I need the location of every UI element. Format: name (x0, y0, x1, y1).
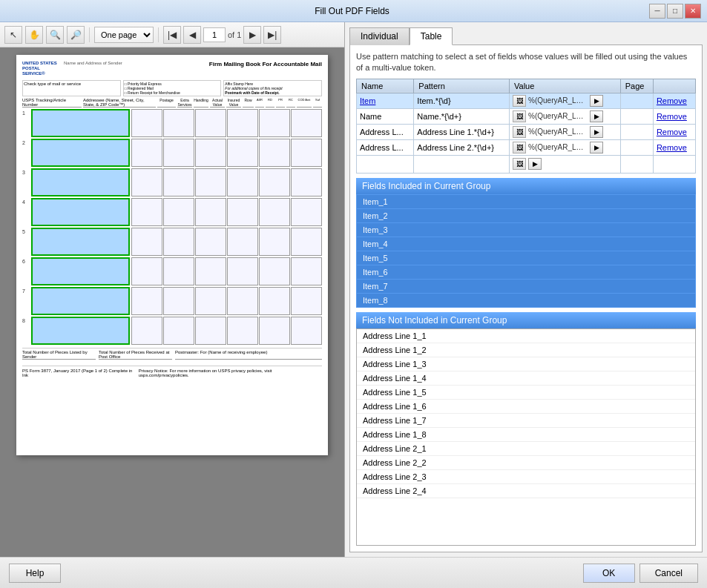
value-arrow-btn[interactable]: ▶ (590, 95, 603, 107)
not-included-field-item[interactable]: Address Line 2_3 (357, 470, 695, 484)
included-field-item[interactable]: Item_5 (357, 251, 695, 265)
not-included-field-item[interactable]: Address Line 1_1 (357, 329, 695, 343)
field-blue-box (31, 317, 130, 345)
col-value: Value (510, 79, 621, 93)
value-cell: 🖼 %(QueryAR_LossC... ▶ (513, 95, 617, 107)
individual-tab[interactable]: Individual (349, 27, 410, 45)
empty-icon-btn[interactable]: 🖼 (513, 158, 526, 170)
included-field-item[interactable]: Item_1 (357, 195, 695, 208)
page-cell (620, 139, 653, 155)
page-mode-select[interactable]: One page Continuous (94, 27, 154, 43)
maximize-button[interactable]: □ (667, 4, 683, 19)
usps-logo: UNITED STATESPOSTAL SERVICE® (22, 61, 59, 77)
row-number: 1 (22, 109, 31, 137)
included-field-item[interactable]: Item_4 (357, 237, 695, 251)
field-name-cell[interactable]: Item (360, 96, 375, 105)
remove-link[interactable]: Remove (657, 128, 687, 136)
remove-link[interactable]: Remove (657, 143, 687, 152)
included-field-item[interactable]: Item_2 (357, 209, 695, 222)
remove-link[interactable]: Remove (657, 96, 687, 105)
field-col-5 (259, 287, 290, 315)
included-field-item[interactable]: Item_7 (357, 280, 695, 293)
value-icon-btn[interactable]: 🖼 (513, 110, 526, 122)
not-included-field-item[interactable]: Address Line 1_3 (357, 357, 695, 371)
separator-1 (89, 27, 90, 42)
pattern-cell: Item.*{\d} (414, 93, 510, 108)
field-col-6 (291, 317, 322, 345)
zoom-out-button[interactable]: 🔎 (67, 26, 85, 44)
not-included-field-item[interactable]: Address Line 2_2 (357, 456, 695, 470)
field-columns (131, 168, 322, 196)
value-icon-btn[interactable]: 🖼 (513, 126, 526, 138)
field-col-4 (227, 287, 258, 315)
included-field-item[interactable]: Item_3 (357, 223, 695, 237)
pdf-page: UNITED STATESPOSTAL SERVICE® Name and Ad… (16, 55, 328, 455)
field-col-5 (259, 317, 290, 345)
remove-link[interactable]: Remove (657, 112, 687, 121)
title-bar-controls: ─ □ ✕ (649, 4, 701, 19)
field-col-6 (291, 287, 322, 315)
included-field-item[interactable]: Item_6 (357, 265, 695, 279)
field-columns (131, 317, 322, 345)
field-col-2 (163, 257, 194, 285)
not-included-field-item[interactable]: Address Line 1_4 (357, 371, 695, 386)
empty-arrow-btn[interactable]: ▶ (528, 158, 542, 170)
value-cell: 🖼 %(QueryAR_LossC... ▶ (513, 126, 617, 138)
page-number-input[interactable]: 1 (203, 27, 226, 42)
prev-page-button[interactable]: ◀ (183, 26, 201, 44)
value-arrow-btn[interactable]: ▶ (590, 126, 603, 138)
table-row: Address L... Address Line 1.*{\d+} 🖼 %(Q… (357, 124, 696, 139)
not-included-field-item[interactable]: Address Line 2_4 (357, 484, 695, 498)
included-fields-section: Fields Included in Current Group Item_1I… (356, 178, 696, 308)
field-col-3 (195, 287, 226, 315)
included-field-item[interactable]: Item_8 (357, 294, 695, 307)
included-fields-list: Item_1Item_2Item_3Item_4Item_5Item_6Item… (356, 194, 696, 308)
field-col-1 (131, 139, 162, 167)
row-number: 8 (22, 317, 31, 345)
page-of-label: of (228, 30, 234, 39)
value-cell: 🖼 %(QueryAR_LossC... ▶ (513, 142, 617, 153)
bottom-bar: Help OK Cancel (0, 557, 707, 588)
ok-button[interactable]: OK (583, 564, 635, 583)
window-title: Fill Out PDF Fields (55, 6, 649, 16)
help-button[interactable]: Help (9, 564, 61, 583)
separator-2 (158, 27, 159, 42)
value-icon-btn[interactable]: 🖼 (513, 142, 526, 153)
field-col-1 (131, 287, 162, 315)
value-arrow-btn[interactable]: ▶ (590, 110, 603, 122)
field-col-3 (195, 109, 226, 137)
table-row: Address L... Address Line 2.*{\d+} 🖼 %(Q… (357, 139, 696, 155)
select-tool-button[interactable]: ↖ (4, 26, 22, 44)
field-name-cell: Name (360, 112, 381, 121)
close-button[interactable]: ✕ (685, 4, 701, 19)
pdf-field-row: 4 (22, 198, 322, 226)
pattern-cell: Name.*{\d+} (414, 108, 510, 124)
not-included-field-item[interactable]: Address Line 1_8 (357, 428, 695, 442)
pan-tool-button[interactable]: ✋ (25, 26, 43, 44)
value-arrow-btn[interactable]: ▶ (590, 142, 603, 153)
col-page: Page (620, 79, 653, 93)
table-tab[interactable]: Table (410, 27, 453, 45)
zoom-in-button[interactable]: 🔍 (46, 26, 64, 44)
value-icon-btn[interactable]: 🖼 (513, 95, 526, 107)
field-col-2 (163, 139, 194, 167)
not-included-field-item[interactable]: Address Line 1_7 (357, 414, 695, 428)
minimize-button[interactable]: ─ (649, 4, 665, 19)
form-top-row: Check type of mail or service □ Priority… (22, 80, 322, 96)
next-page-button[interactable]: ▶ (243, 26, 261, 44)
tab-content: Use pattern matching to select a set of … (349, 44, 703, 552)
not-included-field-item[interactable]: Address Line 2_1 (357, 442, 695, 456)
field-blue-box (31, 228, 130, 256)
row-number: 5 (22, 228, 31, 256)
field-rows-container: 1 2 3 4 (22, 109, 322, 345)
not-included-field-item[interactable]: Address Line 1_2 (357, 343, 695, 357)
cancel-button[interactable]: Cancel (639, 564, 698, 583)
empty-row: 🖼 ▶ (357, 155, 696, 173)
pdf-field-row: 6 (22, 257, 322, 285)
not-included-field-item[interactable]: Address Line 1_6 (357, 400, 695, 414)
last-page-button[interactable]: ▶| (263, 26, 281, 44)
field-blue-box (31, 257, 130, 285)
first-page-button[interactable]: |◀ (163, 26, 181, 44)
not-included-field-item[interactable]: Address Line 1_5 (357, 386, 695, 400)
not-included-list-container[interactable]: Address Line 1_1Address Line 1_2Address … (356, 328, 696, 546)
